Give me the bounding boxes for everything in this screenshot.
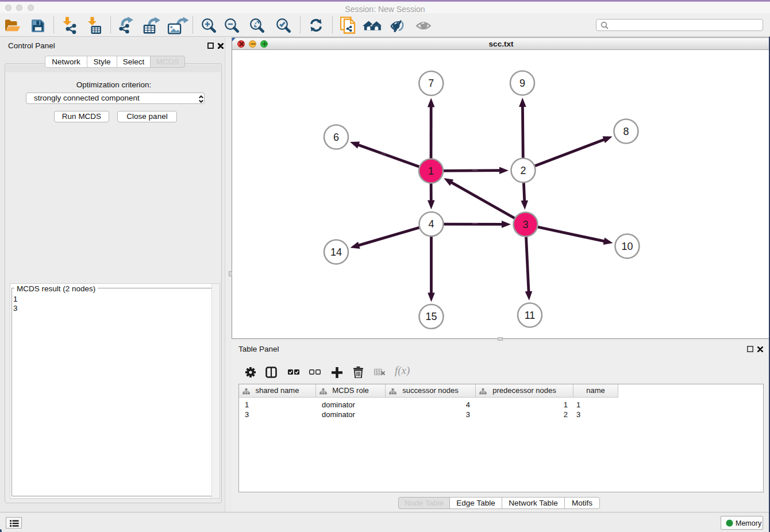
svg-text:4: 4 [428, 218, 434, 230]
svg-text:8: 8 [623, 126, 629, 137]
svg-text:14: 14 [330, 246, 342, 258]
svg-text:11: 11 [525, 310, 536, 321]
svg-text:1: 1 [428, 165, 434, 177]
svg-text:10: 10 [621, 241, 633, 252]
svg-text:2: 2 [520, 165, 526, 176]
svg-text:15: 15 [425, 311, 437, 322]
svg-text:9: 9 [519, 78, 525, 89]
svg-text:3: 3 [522, 219, 528, 230]
svg-text:6: 6 [333, 132, 339, 143]
svg-text:7: 7 [428, 78, 434, 89]
